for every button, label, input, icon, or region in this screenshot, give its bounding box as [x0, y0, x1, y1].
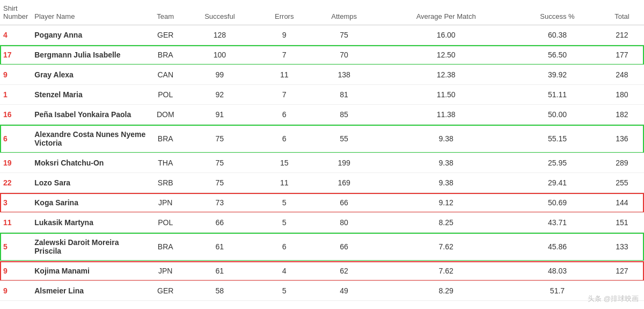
cell-player-name: Moksri Chatchu-On: [31, 153, 149, 173]
cell-attempts: 66: [311, 193, 377, 213]
cell-attempts: 62: [311, 261, 377, 281]
cell-errors: 9: [258, 25, 311, 45]
cell-shirt: 17: [0, 45, 31, 65]
table-header-row: Shirt Number Player Name Team Succesful …: [0, 0, 644, 25]
cell-player-name: Stenzel Maria: [31, 85, 149, 105]
cell-avg: 11.50: [377, 85, 515, 105]
cell-player-name: Zalewski Daroit Moreira Priscila: [31, 233, 149, 261]
cell-avg: 7.62: [377, 261, 515, 281]
cell-avg: 7.62: [377, 233, 515, 261]
cell-pct: 48.03: [515, 261, 600, 281]
table-row: 1Stenzel MariaPOL9278111.5051.11180: [0, 85, 644, 105]
cell-team: SRB: [149, 173, 181, 193]
cell-shirt: 22: [0, 173, 31, 193]
cell-errors: 11: [258, 173, 311, 193]
header-errors: Errors: [258, 0, 311, 25]
cell-errors: 7: [258, 45, 311, 65]
table-row: 9Alsmeier LinaGER585498.2951.7: [0, 281, 644, 301]
stats-table: Shirt Number Player Name Team Succesful …: [0, 0, 644, 301]
cell-avg: 9.12: [377, 193, 515, 213]
cell-errors: 6: [258, 233, 311, 261]
header-average-per-match: Average Per Match: [377, 0, 515, 25]
cell-player-name: Kojima Manami: [31, 261, 149, 281]
table-row: 22Lozo SaraSRB75111699.3829.41255: [0, 173, 644, 193]
cell-successful: 58: [181, 281, 258, 301]
cell-player-name: Lozo Sara: [31, 173, 149, 193]
cell-avg: 9.38: [377, 125, 515, 153]
cell-total: 182: [600, 105, 644, 125]
cell-player-name: Peña Isabel Yonkaira Paola: [31, 105, 149, 125]
cell-player-name: Lukasik Martyna: [31, 213, 149, 233]
cell-player-name: Koga Sarina: [31, 193, 149, 213]
cell-pct: 45.86: [515, 233, 600, 261]
header-success-pct: Success %: [515, 0, 600, 25]
cell-team: GER: [149, 281, 181, 301]
table-row: 3Koga SarinaJPN735669.1250.69144: [0, 193, 644, 213]
cell-attempts: 55: [311, 125, 377, 153]
cell-total: 177: [600, 45, 644, 65]
cell-avg: 12.50: [377, 45, 515, 65]
cell-attempts: 49: [311, 281, 377, 301]
cell-pct: 39.92: [515, 65, 600, 85]
cell-successful: 73: [181, 193, 258, 213]
header-player-name: Player Name: [31, 0, 149, 25]
cell-shirt: 5: [0, 233, 31, 261]
cell-total: 180: [600, 85, 644, 105]
cell-errors: 11: [258, 65, 311, 85]
cell-team: GER: [149, 25, 181, 45]
cell-pct: 51.7: [515, 281, 600, 301]
cell-team: DOM: [149, 105, 181, 125]
cell-avg: 12.38: [377, 65, 515, 85]
cell-shirt: 9: [0, 65, 31, 85]
cell-player-name: Alexandre Costa Nunes Nyeme Victoria: [31, 125, 149, 153]
cell-pct: 29.41: [515, 173, 600, 193]
table-body: 4Pogany AnnaGER12897516.0060.3821217Berg…: [0, 25, 644, 301]
cell-errors: 6: [258, 125, 311, 153]
cell-team: BRA: [149, 233, 181, 261]
table-row: 9Kojima ManamiJPN614627.6248.03127: [0, 261, 644, 281]
cell-attempts: 75: [311, 25, 377, 45]
cell-team: CAN: [149, 65, 181, 85]
cell-pct: 51.11: [515, 85, 600, 105]
cell-player-name: Gray Alexa: [31, 65, 149, 85]
cell-successful: 75: [181, 153, 258, 173]
cell-attempts: 169: [311, 173, 377, 193]
cell-pct: 50.00: [515, 105, 600, 125]
cell-pct: 25.95: [515, 153, 600, 173]
cell-pct: 55.15: [515, 125, 600, 153]
cell-team: JPN: [149, 261, 181, 281]
table-row: 17Bergmann Julia IsabelleBRA10077012.505…: [0, 45, 644, 65]
cell-team: POL: [149, 213, 181, 233]
table-row: 5Zalewski Daroit Moreira PriscilaBRA6166…: [0, 233, 644, 261]
table-row: 9Gray AlexaCAN991113812.3839.92248: [0, 65, 644, 85]
cell-attempts: 80: [311, 213, 377, 233]
cell-avg: 16.00: [377, 25, 515, 45]
cell-successful: 100: [181, 45, 258, 65]
cell-attempts: 81: [311, 85, 377, 105]
cell-attempts: 199: [311, 153, 377, 173]
table-row: 11Lukasik MartynaPOL665808.2543.71151: [0, 213, 644, 233]
cell-shirt: 9: [0, 281, 31, 301]
cell-shirt: 11: [0, 213, 31, 233]
header-successful: Succesful: [181, 0, 258, 25]
cell-player-name: Pogany Anna: [31, 25, 149, 45]
cell-pct: 56.50: [515, 45, 600, 65]
cell-attempts: 138: [311, 65, 377, 85]
cell-total: 133: [600, 233, 644, 261]
cell-successful: 92: [181, 85, 258, 105]
cell-attempts: 85: [311, 105, 377, 125]
cell-total: 212: [600, 25, 644, 45]
cell-errors: 5: [258, 193, 311, 213]
cell-shirt: 3: [0, 193, 31, 213]
cell-total: 144: [600, 193, 644, 213]
cell-shirt: 19: [0, 153, 31, 173]
cell-total: 289: [600, 153, 644, 173]
cell-avg: 8.25: [377, 213, 515, 233]
cell-successful: 128: [181, 25, 258, 45]
header-total: Total: [600, 0, 644, 25]
cell-total: 127: [600, 261, 644, 281]
header-team: Team: [149, 0, 181, 25]
watermark: 头条 @排球映画: [588, 294, 639, 301]
cell-shirt: 16: [0, 105, 31, 125]
cell-successful: 99: [181, 65, 258, 85]
